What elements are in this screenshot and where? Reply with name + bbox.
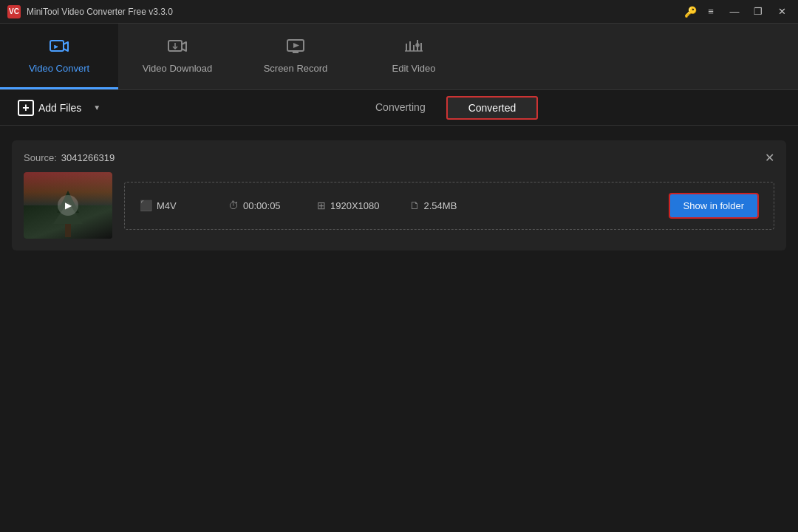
format-icon: ⬛ bbox=[140, 200, 152, 211]
file-resolution: ⊞ 1920X1080 bbox=[317, 200, 380, 211]
add-files-dropdown[interactable]: ▼ bbox=[90, 99, 103, 116]
file-card-body: ▶ ⬛ M4V ⏱ 00:00:05 ⊞ 1920X1080 bbox=[24, 172, 774, 239]
file-size: 🗋 2.54MB bbox=[409, 200, 468, 211]
toolbar: + Add Files ▼ Converting Converted bbox=[0, 90, 798, 126]
video-download-icon bbox=[167, 38, 188, 58]
nav-tab-video-download-label: Video Download bbox=[143, 63, 212, 74]
maximize-button[interactable]: ❐ bbox=[748, 4, 768, 20]
title-bar-left: VC MiniTool Video Converter Free v3.3.0 bbox=[7, 5, 173, 18]
file-thumbnail[interactable]: ▶ bbox=[24, 172, 112, 239]
screen-record-icon bbox=[285, 38, 306, 58]
key-icon: 🔑 bbox=[683, 4, 698, 19]
file-format: ⬛ M4V bbox=[140, 200, 199, 211]
svg-rect-15 bbox=[65, 224, 71, 237]
file-card-header: Source: 3041266319 ✕ bbox=[24, 152, 774, 163]
nav-tab-video-download[interactable]: Video Download bbox=[118, 24, 236, 89]
menu-button[interactable]: ≡ bbox=[700, 4, 721, 20]
file-duration: ⏱ 00:00:05 bbox=[228, 200, 287, 211]
filesize-value: 2.54MB bbox=[424, 200, 457, 211]
nav-tab-screen-record-label: Screen Record bbox=[264, 63, 328, 74]
nav-bar: Video Convert Video Download Screen Reco… bbox=[0, 24, 798, 90]
converted-file-row: ⬛ M4V ⏱ 00:00:05 ⊞ 1920X1080 🗋 2.54MB bbox=[124, 182, 774, 230]
resolution-icon: ⊞ bbox=[317, 200, 326, 211]
svg-marker-4 bbox=[293, 43, 299, 48]
title-bar-controls: 🔑 ≡ — ❐ ✕ bbox=[683, 4, 792, 20]
resolution-value: 1920X1080 bbox=[330, 200, 380, 211]
add-files-icon: + bbox=[18, 100, 34, 116]
edit-video-icon bbox=[403, 38, 424, 58]
converted-tab[interactable]: Converted bbox=[446, 96, 539, 120]
video-convert-icon bbox=[49, 38, 69, 58]
duration-icon: ⏱ bbox=[228, 200, 239, 211]
file-card: Source: 3041266319 ✕ ▶ bbox=[12, 140, 786, 250]
content-area: Source: 3041266319 ✕ ▶ bbox=[0, 126, 798, 265]
add-files-button[interactable]: + Add Files bbox=[12, 95, 87, 120]
source-label: Source: bbox=[24, 152, 57, 163]
nav-tab-video-convert-label: Video Convert bbox=[29, 63, 89, 74]
file-meta: ⬛ M4V ⏱ 00:00:05 ⊞ 1920X1080 🗋 2.54MB bbox=[140, 200, 669, 211]
show-in-folder-button[interactable]: Show in folder bbox=[669, 193, 759, 219]
title-bar: VC MiniTool Video Converter Free v3.3.0 … bbox=[0, 0, 798, 24]
minimize-button[interactable]: — bbox=[724, 4, 745, 20]
card-close-button[interactable]: ✕ bbox=[761, 149, 777, 166]
format-value: M4V bbox=[157, 200, 177, 211]
play-icon: ▶ bbox=[58, 195, 78, 216]
source-value: 3041266319 bbox=[61, 152, 115, 163]
converting-tab[interactable]: Converting bbox=[355, 96, 446, 120]
nav-tab-screen-record[interactable]: Screen Record bbox=[236, 24, 355, 89]
duration-value: 00:00:05 bbox=[243, 200, 281, 211]
app-logo: VC bbox=[7, 5, 21, 18]
svg-rect-0 bbox=[50, 41, 64, 51]
close-button[interactable]: ✕ bbox=[771, 4, 792, 20]
nav-tab-edit-video[interactable]: Edit Video bbox=[355, 24, 473, 89]
add-files-label: Add Files bbox=[38, 102, 81, 114]
app-title: MiniTool Video Converter Free v3.3.0 bbox=[27, 7, 173, 17]
nav-tab-edit-video-label: Edit Video bbox=[392, 63, 435, 74]
filesize-icon: 🗋 bbox=[409, 200, 420, 211]
nav-tab-video-convert[interactable]: Video Convert bbox=[0, 24, 118, 89]
